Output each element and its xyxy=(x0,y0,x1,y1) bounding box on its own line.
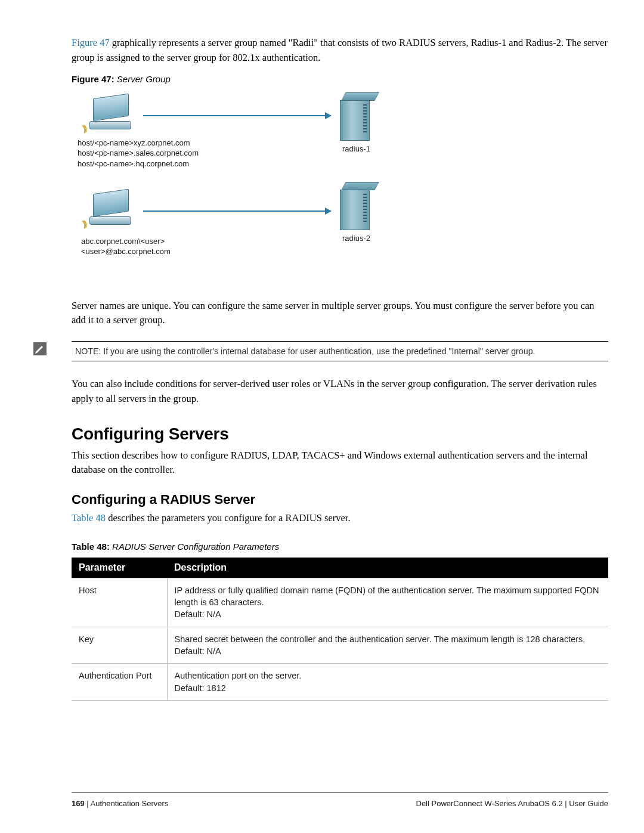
laptop-icon: ))) xyxy=(89,96,137,132)
figure-caption: Figure 47: Server Group xyxy=(72,74,608,84)
desc-cell: IP address or fully qualified domain nam… xyxy=(167,578,608,627)
server-label-2: radius-2 xyxy=(342,233,370,244)
table-header-parameter: Parameter xyxy=(72,558,167,578)
note-block: NOTE: If you are using the controller's … xyxy=(33,341,608,361)
radius-intro-rest: describes the parameters you configure f… xyxy=(106,512,351,524)
note-pencil-icon xyxy=(33,342,47,355)
footer-section: | Authentication Servers xyxy=(85,799,169,808)
radius-intro-paragraph: Table 48 describes the parameters you co… xyxy=(72,511,608,526)
desc-cell: Authentication port on the server. Defau… xyxy=(167,664,608,701)
server-icon xyxy=(340,182,373,231)
table-48-link[interactable]: Table 48 xyxy=(72,512,106,524)
figure-caption-label: Figure 47: xyxy=(72,74,114,84)
server-label-1: radius-1 xyxy=(342,144,370,154)
conditions-paragraph: You can also include conditions for serv… xyxy=(72,377,608,407)
param-cell: Key xyxy=(72,627,167,664)
arrow-icon xyxy=(143,210,331,212)
configuring-radius-heading: Configuring a RADIUS Server xyxy=(72,492,608,507)
param-cell: Host xyxy=(72,578,167,627)
param-cell: Authentication Port xyxy=(72,664,167,701)
table-header-description: Description xyxy=(167,558,608,578)
configuring-servers-paragraph: This section describes how to configure … xyxy=(72,448,608,478)
desc-cell: Shared secret between the controller and… xyxy=(167,627,608,664)
intro-paragraph: Figure 47 graphically represents a serve… xyxy=(72,36,608,66)
note-text: NOTE: If you are using the controller's … xyxy=(72,341,608,361)
server-group-figure: ))) ))) host/<pc-name>xyz.corpnet.com ho… xyxy=(72,90,405,287)
figure-47-link[interactable]: Figure 47 xyxy=(72,37,110,48)
laptop-icon: ))) xyxy=(89,191,137,227)
figure-caption-title: Server Group xyxy=(114,74,171,84)
configuring-servers-heading: Configuring Servers xyxy=(72,425,608,444)
page-number: 169 xyxy=(72,799,85,808)
page-footer: 169 | Authentication Servers Dell PowerC… xyxy=(72,792,608,808)
table-caption-label: Table 48: xyxy=(72,541,110,552)
server-icon xyxy=(340,92,373,141)
host-label-1: host/<pc-name>xyz.corpnet.com host/<pc-n… xyxy=(78,138,199,169)
host-label-2: abc.corpnet.com\<user> <user>@abc.corpne… xyxy=(81,236,171,257)
table-caption-title: RADIUS Server Configuration Parameters xyxy=(110,541,279,552)
arrow-icon xyxy=(143,115,331,116)
table-row: Authentication Port Authentication port … xyxy=(72,664,608,701)
footer-right: Dell PowerConnect W-Series ArubaOS 6.2 |… xyxy=(416,799,609,808)
table-row: Key Shared secret between the controller… xyxy=(72,627,608,664)
intro-text: graphically represents a server group na… xyxy=(72,37,608,63)
radius-params-table: Parameter Description Host IP address or… xyxy=(72,558,608,701)
server-names-paragraph: Server names are unique. You can configu… xyxy=(72,299,608,329)
table-caption: Table 48: RADIUS Server Configuration Pa… xyxy=(72,541,608,552)
footer-left: 169 | Authentication Servers xyxy=(72,799,168,808)
table-row: Host IP address or fully qualified domai… xyxy=(72,578,608,627)
